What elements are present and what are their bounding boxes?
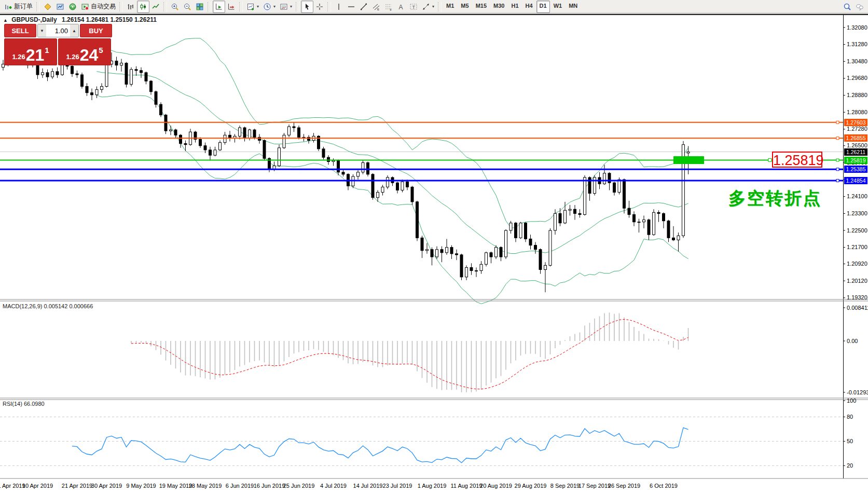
- one-click-trading-panel: SELL ▼ ▲ BUY 1.26 21 1 1.26 24 5: [4, 24, 112, 65]
- chart-title: ▲ GBPUSD-,Daily 1.26154 1.26481 1.25150 …: [3, 16, 157, 23]
- svg-text:23 Jul 2019: 23 Jul 2019: [383, 483, 412, 489]
- bid-price-big: 21: [26, 47, 45, 63]
- line-handle: [836, 179, 839, 182]
- svg-text:1 Apr 2019: 1 Apr 2019: [0, 483, 25, 489]
- svg-text:1.23300: 1.23300: [847, 210, 867, 216]
- svg-text:10 Apr 2019: 10 Apr 2019: [22, 483, 53, 489]
- svg-text:1.27280: 1.27280: [847, 126, 867, 132]
- bid-price-small: 1.26: [12, 53, 25, 61]
- ask-price-sup: 5: [99, 46, 103, 54]
- svg-text:1.20120: 1.20120: [847, 278, 867, 284]
- svg-text:16 Jun 2019: 16 Jun 2019: [254, 483, 285, 489]
- svg-text:6 Jun 2019: 6 Jun 2019: [226, 483, 254, 489]
- svg-text:1.24100: 1.24100: [847, 193, 867, 199]
- level-price-badge: 1.24854: [844, 177, 867, 184]
- ask-price-button[interactable]: 1.26 24 5: [58, 38, 111, 65]
- ask-price-big: 24: [80, 47, 99, 63]
- svg-text:4 Jul 2019: 4 Jul 2019: [320, 483, 347, 489]
- volume-stepper: ▼ ▲: [37, 24, 79, 37]
- svg-text:-0.012931: -0.012931: [847, 389, 868, 395]
- svg-text:0.008411: 0.008411: [847, 305, 868, 311]
- ask-price-small: 1.26: [66, 53, 79, 61]
- bid-price-button[interactable]: 1.26 21 1: [4, 38, 57, 65]
- turning-point-annotation[interactable]: 多空转折点: [728, 187, 822, 210]
- svg-text:1.21700: 1.21700: [847, 244, 867, 250]
- svg-text:0.00: 0.00: [847, 338, 858, 344]
- svg-text:1.28080: 1.28080: [847, 109, 867, 115]
- level-price-badge: 1.25385: [844, 166, 867, 173]
- chart-symbol-period: GBPUSD-,Daily: [11, 16, 57, 23]
- svg-text:8 Sep 2019: 8 Sep 2019: [550, 483, 580, 489]
- svg-text:1 Aug 2019: 1 Aug 2019: [418, 483, 447, 489]
- level-price-badge: 1.27603: [844, 119, 867, 126]
- level-price-badge: 1.26855: [844, 134, 867, 142]
- volume-input[interactable]: [46, 24, 70, 37]
- bid-price-sup: 1: [45, 46, 49, 54]
- svg-text:19 May 2019: 19 May 2019: [159, 483, 192, 489]
- svg-text:25 Jun 2019: 25 Jun 2019: [283, 483, 315, 489]
- line-handle: [768, 159, 771, 162]
- bollinger-bands: [97, 38, 688, 304]
- buy-button[interactable]: BUY: [80, 24, 112, 37]
- mt4-window: 新订单 自动交易: [0, 0, 868, 493]
- svg-text:1.20920: 1.20920: [847, 261, 867, 267]
- macd-indicator-label: MACD(12,26,9) 0.005142 0.000666: [3, 303, 93, 309]
- svg-text:28 May 2019: 28 May 2019: [189, 483, 222, 489]
- breakout-highlight-rect: [673, 156, 704, 164]
- svg-text:9 May 2019: 9 May 2019: [126, 483, 156, 489]
- macd-histogram: [131, 312, 688, 392]
- chart-surface[interactable]: 1.320801.312801.304801.296801.288801.280…: [0, 0, 868, 493]
- line-handle: [836, 137, 839, 140]
- line-handle: [836, 121, 839, 124]
- svg-text:50: 50: [847, 438, 853, 444]
- line-handle: [836, 159, 839, 161]
- svg-text:26 Sep 2019: 26 Sep 2019: [608, 483, 640, 489]
- svg-text:29 Aug 2019: 29 Aug 2019: [515, 483, 547, 489]
- date-axis: 1 Apr 201910 Apr 201921 Apr 201930 Apr 2…: [0, 483, 678, 489]
- volume-decrease-button[interactable]: ▼: [38, 24, 46, 37]
- volume-increase-button[interactable]: ▲: [70, 24, 78, 37]
- chart-ohlc-values: 1.26154 1.26481 1.25150 1.26211: [62, 16, 157, 23]
- price-axis: 1.320801.312801.304801.296801.288801.280…: [843, 24, 868, 469]
- svg-text:30 Apr 2019: 30 Apr 2019: [91, 483, 122, 489]
- price-callout-label[interactable]: 1.25819: [772, 152, 822, 168]
- svg-text:14 Jul 2019: 14 Jul 2019: [353, 483, 383, 489]
- rsi-indicator-label: RSI(14) 66.0980: [3, 401, 45, 407]
- svg-text:17 Sep 2019: 17 Sep 2019: [578, 483, 611, 489]
- svg-text:11 Aug 2019: 11 Aug 2019: [451, 483, 483, 489]
- sell-button[interactable]: SELL: [4, 24, 36, 37]
- svg-text:1.29680: 1.29680: [847, 75, 867, 81]
- svg-text:20: 20: [847, 462, 853, 469]
- rsi-panel: [0, 417, 843, 465]
- level-price-badge: 1.25819: [844, 157, 867, 164]
- svg-text:21 Apr 2019: 21 Apr 2019: [62, 483, 92, 489]
- svg-text:1.30480: 1.30480: [847, 58, 867, 64]
- svg-text:80: 80: [847, 414, 853, 420]
- svg-text:1.26500: 1.26500: [847, 142, 867, 148]
- svg-text:100: 100: [847, 398, 856, 404]
- svg-text:1.31280: 1.31280: [847, 41, 867, 47]
- svg-text:1.28880: 1.28880: [847, 92, 867, 98]
- svg-text:1.22500: 1.22500: [847, 227, 867, 234]
- svg-text:20 Aug 2019: 20 Aug 2019: [480, 483, 512, 489]
- collapse-chart-icon[interactable]: ▲: [3, 18, 8, 23]
- line-handle: [836, 168, 839, 171]
- svg-text:1.19320: 1.19320: [847, 294, 867, 300]
- svg-text:1.32080: 1.32080: [847, 24, 867, 31]
- svg-text:6 Oct 2019: 6 Oct 2019: [650, 483, 678, 489]
- current-price-badge: 1.26211: [844, 148, 867, 156]
